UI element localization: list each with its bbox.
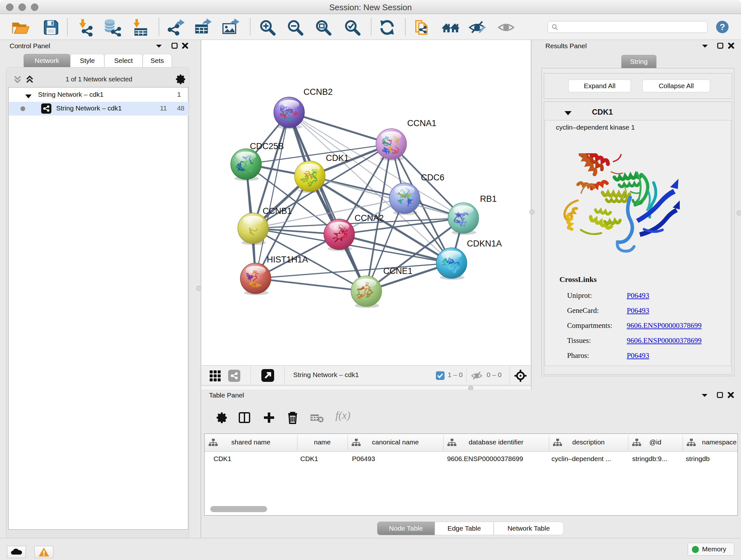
svg-text:CDC25B: CDC25B [250,141,284,151]
svg-text:CDC6: CDC6 [421,173,445,182]
svg-text:CCNA1: CCNA1 [407,118,436,128]
svg-text:RB1: RB1 [480,194,497,204]
svg-text:CCNE1: CCNE1 [383,266,413,276]
svg-text:CCNA2: CCNA2 [354,213,384,223]
svg-text:CCNB1: CCNB1 [263,206,292,216]
svg-text:CCNB2: CCNB2 [304,87,333,97]
svg-text:CDKN1A: CDKN1A [467,239,502,248]
svg-text:HIST1H1A: HIST1H1A [267,255,308,264]
svg-text:CDK1: CDK1 [326,153,349,163]
